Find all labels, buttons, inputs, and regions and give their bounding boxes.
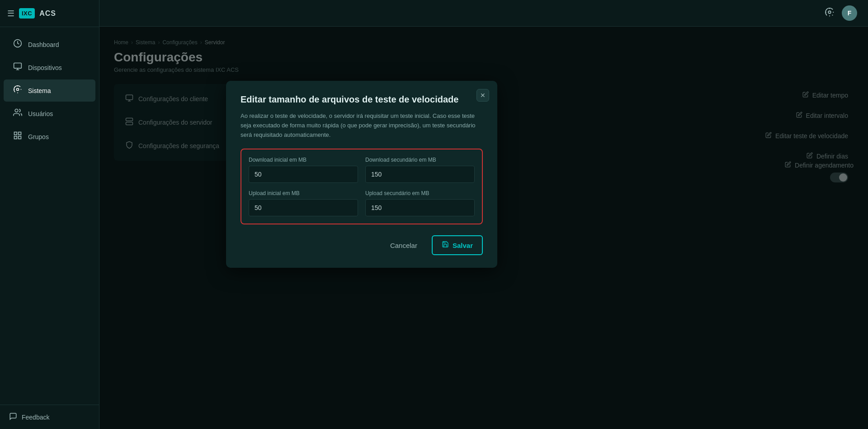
svg-rect-7 xyxy=(14,136,17,139)
field-upload-secundario: Upload secundário em MB xyxy=(365,190,475,216)
field-upload-inicial: Upload inicial em MB xyxy=(249,190,358,216)
save-button[interactable]: Salvar xyxy=(432,235,483,255)
sidebar: ☰ IXC ACS Dashboard Dispositivos Sistema xyxy=(0,0,99,429)
upload-secundario-label: Upload secundário em MB xyxy=(365,190,475,196)
topbar: F xyxy=(99,0,868,27)
logo-name: ACS xyxy=(39,9,56,18)
settings-icon[interactable] xyxy=(825,7,835,19)
sidebar-item-label: Dashboard xyxy=(28,41,59,48)
fields-grid: Download inicial em MB Download secundár… xyxy=(249,157,475,216)
page-content: Home › Sistema › Configurações › Servido… xyxy=(99,27,868,429)
logo-abbr: IXC xyxy=(19,8,35,19)
sidebar-footer-feedback[interactable]: Feedback xyxy=(0,405,99,429)
upload-secundario-input[interactable] xyxy=(365,199,475,216)
sidebar-item-dispositivos[interactable]: Dispositivos xyxy=(4,56,95,79)
main-content: F Home › Sistema › Configurações › Servi… xyxy=(99,0,868,429)
modal-fields: Download inicial em MB Download secundár… xyxy=(241,149,483,224)
sistema-icon xyxy=(13,85,23,96)
svg-rect-5 xyxy=(19,132,21,135)
download-inicial-label: Download inicial em MB xyxy=(249,157,358,163)
modal-close-button[interactable]: ✕ xyxy=(476,89,489,102)
modal-description: Ao realizar o teste de velocidade, o ser… xyxy=(241,112,483,140)
sidebar-item-usuarios[interactable]: Usuários xyxy=(4,103,95,125)
svg-point-8 xyxy=(828,11,831,14)
sidebar-item-dashboard[interactable]: Dashboard xyxy=(4,33,95,56)
sidebar-item-label: Grupos xyxy=(28,133,49,140)
modal-dialog: Editar tamanho de arquivos de teste de v… xyxy=(226,81,497,268)
upload-inicial-input[interactable] xyxy=(249,199,358,216)
grupos-icon xyxy=(13,131,23,142)
svg-rect-1 xyxy=(14,63,22,69)
sidebar-item-label: Dispositivos xyxy=(28,64,62,71)
dashboard-icon xyxy=(13,39,23,50)
dispositivos-icon xyxy=(13,62,23,73)
cancel-button[interactable]: Cancelar xyxy=(383,237,425,254)
sidebar-item-label: Sistema xyxy=(28,87,51,94)
svg-rect-6 xyxy=(19,136,21,139)
usuarios-icon xyxy=(13,108,23,119)
svg-rect-4 xyxy=(14,132,17,135)
feedback-label: Feedback xyxy=(22,414,49,421)
hamburger-icon[interactable]: ☰ xyxy=(7,9,14,19)
sidebar-nav: Dashboard Dispositivos Sistema Usuários … xyxy=(0,27,99,405)
sidebar-header: ☰ IXC ACS xyxy=(0,0,99,27)
modal-overlay: Editar tamanho de arquivos de teste de v… xyxy=(99,27,868,429)
save-icon xyxy=(442,241,449,250)
sidebar-item-sistema[interactable]: Sistema xyxy=(4,79,95,102)
download-secundario-label: Download secundário em MB xyxy=(365,157,475,163)
feedback-icon xyxy=(9,412,17,422)
download-inicial-input[interactable] xyxy=(249,166,358,183)
sidebar-item-grupos[interactable]: Grupos xyxy=(4,126,95,148)
sidebar-item-label: Usuários xyxy=(28,110,53,117)
modal-actions: Cancelar Salvar xyxy=(241,235,483,255)
field-download-inicial: Download inicial em MB xyxy=(249,157,358,183)
svg-point-3 xyxy=(15,109,18,112)
save-label: Salvar xyxy=(453,242,473,249)
upload-inicial-label: Upload inicial em MB xyxy=(249,190,358,196)
avatar[interactable]: F xyxy=(842,5,857,21)
svg-point-2 xyxy=(17,89,19,91)
download-secundario-input[interactable] xyxy=(365,166,475,183)
modal-title: Editar tamanho de arquivos de teste de v… xyxy=(241,93,483,105)
field-download-secundario: Download secundário em MB xyxy=(365,157,475,183)
